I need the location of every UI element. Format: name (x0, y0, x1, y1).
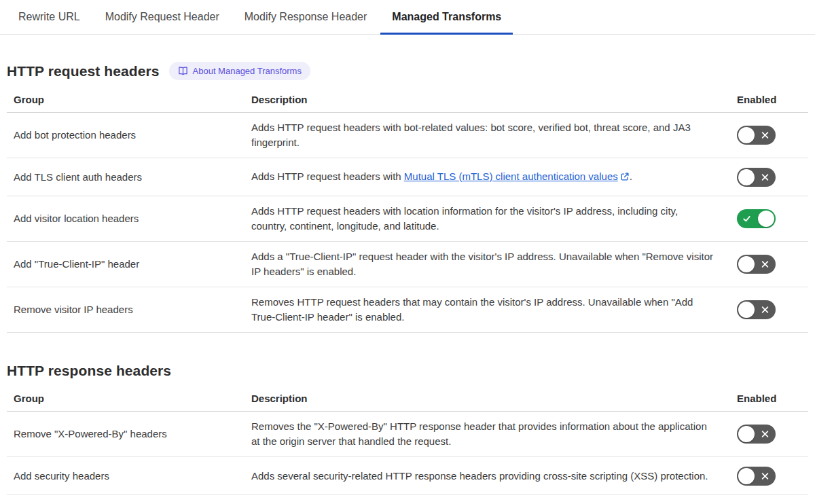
group-description: Adds HTTP request headers with location … (251, 196, 737, 241)
group-name: Add "True-Client-IP" header (7, 249, 251, 279)
x-icon (761, 131, 769, 140)
group-description: Adds several security-related HTTP respo… (251, 461, 737, 491)
group-description: Adds a "True-Client-IP" request header w… (251, 242, 737, 287)
group-name: Add TLS client auth headers (7, 162, 251, 192)
section-title-request: HTTP request headers (7, 63, 160, 79)
toggle-knob (738, 468, 755, 484)
group-name: Remove "X-Powered-By" headers (7, 419, 251, 449)
toggle-knob (738, 169, 755, 185)
section-http-request-headers: HTTP request headers About Managed Trans… (7, 62, 808, 333)
description-text: Adds HTTP request headers with (251, 170, 404, 182)
x-icon (761, 173, 769, 181)
x-icon (761, 260, 769, 269)
open-book-icon (178, 66, 188, 76)
table-row: Add TLS client auth headers Adds HTTP re… (7, 158, 808, 196)
group-description: Removes HTTP request headers that may co… (251, 287, 737, 332)
group-name: Add security headers (7, 461, 251, 491)
x-icon (761, 430, 769, 439)
table-row: Remove visitor IP headers Removes HTTP r… (7, 287, 808, 333)
toggle-knob (738, 302, 755, 318)
tab-rewrite-url[interactable]: Rewrite URL (7, 0, 92, 34)
response-headers-table: Group Description Enabled Remove "X-Powe… (7, 389, 808, 495)
toggle-remove-visitor-ip-headers[interactable] (737, 300, 776, 319)
group-description: Adds HTTP request headers with bot-relat… (251, 113, 737, 158)
column-header-group: Group (7, 389, 251, 411)
column-header-description: Description (251, 389, 737, 411)
column-header-enabled: Enabled (737, 389, 808, 411)
table-row: Remove "X-Powered-By" headers Removes th… (7, 412, 808, 457)
toggle-add-visitor-location-headers[interactable] (737, 209, 776, 228)
toggle-add-tls-client-auth-headers[interactable] (737, 168, 776, 187)
badge-label: About Managed Transforms (193, 66, 302, 76)
x-icon (761, 471, 769, 480)
toggle-add-security-headers[interactable] (737, 467, 776, 486)
column-header-enabled: Enabled (737, 90, 808, 112)
group-description: Removes the "X-Powered-By" HTTP response… (251, 412, 737, 456)
toggle-knob (738, 426, 755, 442)
group-name: Add visitor location headers (7, 204, 251, 234)
table-header-row: Group Description Enabled (7, 389, 808, 412)
group-description: Adds HTTP request headers with Mutual TL… (251, 162, 737, 193)
tab-modify-request-header[interactable]: Modify Request Header (94, 0, 231, 34)
toggle-remove-x-powered-by-headers[interactable] (737, 425, 776, 444)
table-row: Add bot protection headers Adds HTTP req… (7, 113, 808, 158)
table-header-row: Group Description Enabled (7, 90, 808, 113)
page-content: HTTP request headers About Managed Trans… (7, 62, 808, 495)
toggle-knob (738, 127, 755, 143)
external-link-icon (620, 170, 630, 185)
check-icon (742, 215, 751, 223)
description-text: . (630, 170, 632, 182)
toggle-add-bot-protection-headers[interactable] (737, 126, 776, 145)
tab-modify-response-header[interactable]: Modify Response Header (233, 0, 379, 34)
group-name: Remove visitor IP headers (7, 295, 251, 325)
tab-managed-transforms[interactable]: Managed Transforms (380, 0, 513, 34)
section-title-response: HTTP response headers (7, 363, 171, 379)
table-row: Add "True-Client-IP" header Adds a "True… (7, 242, 808, 287)
x-icon (761, 306, 769, 314)
mtls-docs-link[interactable]: Mutual TLS (mTLS) client authentication … (404, 170, 618, 182)
section-http-response-headers: HTTP response headers Group Description … (7, 363, 808, 495)
toggle-knob (738, 256, 755, 272)
section-head: HTTP response headers (7, 363, 808, 379)
group-name: Add bot protection headers (7, 120, 251, 150)
toggle-knob (758, 211, 774, 227)
table-row: Add visitor location headers Adds HTTP r… (7, 196, 808, 242)
column-header-group: Group (7, 90, 251, 112)
tab-bar: Rewrite URL Modify Request Header Modify… (0, 0, 815, 35)
table-row: Add security headers Adds several securi… (7, 457, 808, 495)
column-header-description: Description (251, 90, 737, 112)
about-managed-transforms-badge[interactable]: About Managed Transforms (169, 62, 310, 80)
section-head: HTTP request headers About Managed Trans… (7, 62, 808, 80)
request-headers-table: Group Description Enabled Add bot protec… (7, 90, 808, 333)
toggle-add-true-client-ip-header[interactable] (737, 255, 776, 274)
